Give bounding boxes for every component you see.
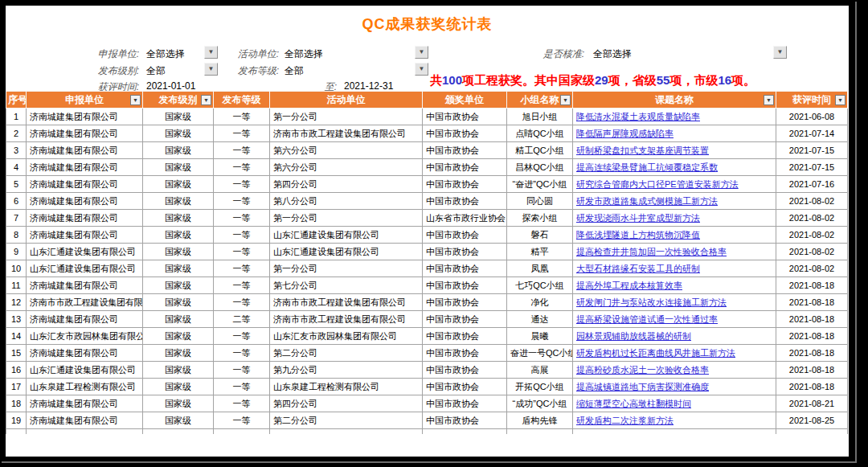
topic-link[interactable]: 降低清水混凝土表观质量缺陷率 xyxy=(576,112,700,121)
cell-group_name: “奋进”QC小组 xyxy=(507,176,573,193)
cell-level: 国家级 xyxy=(143,244,214,260)
approved-dropdown-icon[interactable]: ▼ xyxy=(773,46,787,59)
summary-number: 55 xyxy=(657,73,670,87)
approved-value[interactable]: 全部选择 xyxy=(593,47,632,61)
topic-link[interactable]: 提高外埠工程成本核算效率 xyxy=(576,281,682,290)
cell-eval_date: 2021-07-15 xyxy=(776,142,848,159)
cell-grade: 一等 xyxy=(214,277,270,294)
cell-level: 国家级 xyxy=(143,227,214,244)
publish-grade-value[interactable]: 全部 xyxy=(285,64,304,78)
cell-award_unit: 中国市政协会 xyxy=(423,227,507,244)
cell-unit: 济南城建集团有限公司 xyxy=(27,277,143,294)
cell-grade: 一等 xyxy=(214,125,270,142)
cell-group_name: 高展 xyxy=(507,362,573,379)
cell-grade: 一等 xyxy=(214,142,270,159)
cell-seq: 17 xyxy=(6,379,27,395)
cell-eval_date: 2021-08-18 xyxy=(776,311,848,328)
topic-link[interactable]: 提高检查井井筒加固一次性验收合格率 xyxy=(576,247,727,256)
activity-unit-value[interactable]: 全部选择 xyxy=(285,47,323,61)
summary-label: 共 xyxy=(430,73,442,87)
cell-group_name: 探索小组 xyxy=(507,210,573,227)
topic-link[interactable]: 研发市政道路集成式侧模施工新方法 xyxy=(576,196,718,206)
declare-unit-dropdown-icon[interactable]: ▼ xyxy=(204,46,218,59)
cell-seq: 7 xyxy=(6,210,27,227)
publish-level-value[interactable]: 全部 xyxy=(146,64,166,78)
cell-level: 国家级 xyxy=(143,260,214,277)
table-row: 8济南城建集团有限公司国家级一等山东汇通建设集团有限公司中国市政协会磐石降低浅埋… xyxy=(6,227,848,244)
cell-topic: 大型石材路缘石安装工具的研制 xyxy=(573,260,776,277)
cell-level: 国家级 xyxy=(143,395,214,412)
cell-activity_unit: 第一分公司 xyxy=(270,109,423,125)
cell-eval_date: 2021-08-18 xyxy=(776,362,848,379)
eval-time-end-value[interactable]: 2021-12-31 xyxy=(344,80,393,92)
column-header-level: 发布级别▼ xyxy=(143,92,214,109)
topic-link[interactable]: 降低浅埋隧道上方构筑物沉降值 xyxy=(576,230,700,240)
topic-link[interactable]: 大型石材路缘石安装工具的研制 xyxy=(576,264,700,273)
summary-label: 项，市级 xyxy=(669,73,718,87)
cell-group_name: 旭日小组 xyxy=(507,109,573,125)
cell-seq: 18 xyxy=(6,395,27,412)
topic-link[interactable]: 提高城镇道路地下病害探测准确度 xyxy=(576,382,709,391)
eval-time-start-value[interactable]: 2021-01-01 xyxy=(146,80,195,92)
topic-link[interactable]: 研发盾构机过长距离曲线风井施工新方法 xyxy=(576,348,735,358)
column-filter-dropdown-icon[interactable]: ▼ xyxy=(201,95,211,105)
table-row: 12济南市市政工程建设集团有限公司国家级一等济南市市政工程建设集团有限公司中国市… xyxy=(6,294,848,311)
column-filter-dropdown-icon[interactable]: ▼ xyxy=(835,95,845,105)
column-header-award_unit: 颁奖单位 xyxy=(423,92,507,109)
publish-level-dropdown-icon[interactable]: ▼ xyxy=(204,63,218,76)
publish-grade-dropdown-icon[interactable]: ▼ xyxy=(415,63,428,76)
cell-topic: 研发闸门井与泵站改水连接施工新方法 xyxy=(573,294,776,311)
cell-seq: 5 xyxy=(6,176,27,193)
column-filter-dropdown-icon[interactable]: ▼ xyxy=(130,95,141,105)
topic-link[interactable]: 研制桥梁盘扣式支架基座调节装置 xyxy=(576,145,709,155)
declare-unit-value[interactable]: 全部选择 xyxy=(146,47,185,61)
column-filter-dropdown-icon[interactable]: ▼ xyxy=(560,95,571,105)
topic-link[interactable]: 缩短薄壁空心高墩柱翻模时间 xyxy=(576,399,691,408)
cell-award_unit: 中国市政协会 xyxy=(423,311,507,328)
table-row: 10山东汇通建设集团有限公司国家级一等第一分公司中国市政协会凤凰大型石材路缘石安… xyxy=(6,260,848,277)
topic-link[interactable]: 提高桥梁设施管道试通一次性通过率 xyxy=(576,314,718,324)
table-row: 3济南城建集团有限公司国家级一等第六分公司中国市政协会精工QC小组研制桥梁盘扣式… xyxy=(6,142,848,159)
summary-label: 项工程获奖。其中国家级 xyxy=(462,73,595,87)
topic-link[interactable]: 园林景观辅助放线器械的研制 xyxy=(576,331,691,341)
cell-unit: 济南市市政工程建设集团有限公司 xyxy=(27,294,143,311)
cell-seq: 4 xyxy=(6,159,27,176)
cell-unit: 山东汇通建设集团有限公司 xyxy=(27,260,143,277)
cell-group_name: 晨曦 xyxy=(507,328,573,345)
activity-unit-dropdown-icon[interactable]: ▼ xyxy=(415,46,428,59)
topic-link[interactable]: 提高粉砂质水泥土一次验收合格率 xyxy=(576,365,709,375)
summary-number: 29 xyxy=(595,73,608,87)
topic-link[interactable]: 研发盾构二次注浆新方法 xyxy=(576,416,674,425)
cell-eval_date: 2021-08-02 xyxy=(776,193,848,210)
cell-seq: 15 xyxy=(6,345,27,362)
topic-link[interactable]: 降低隔声屏障观感缺陷率 xyxy=(576,129,674,138)
cell-topic: 降低浅埋隧道上方构筑物沉降值 xyxy=(573,227,776,244)
cell-unit: 济南城建集团有限公司 xyxy=(27,176,143,193)
cell-group_name: 精工QC小组 xyxy=(507,142,573,159)
cell-eval_date: 2021-07-16 xyxy=(776,176,848,193)
cell-group_name: 奋进一号QC小组 xyxy=(507,345,573,362)
cell-grade: 一等 xyxy=(214,193,270,210)
window-frame-right-edge xyxy=(855,2,857,461)
cell-topic: 研发现浇雨水斗井室成型新方法 xyxy=(573,210,776,227)
cell-seq: 10 xyxy=(6,260,27,277)
cell-empty xyxy=(6,429,27,434)
topic-link[interactable]: 研发闸门井与泵站改水连接施工新方法 xyxy=(576,297,727,307)
cell-award_unit: 中国市政协会 xyxy=(423,277,507,294)
cell-award_unit: 中国市政协会 xyxy=(423,294,507,311)
cell-eval_date: 2021-07-14 xyxy=(776,125,848,142)
cell-unit: 山东汇通建设集团有限公司 xyxy=(27,362,143,379)
column-filter-dropdown-icon[interactable]: ▼ xyxy=(764,95,774,105)
topic-link[interactable]: 提高连续梁悬臂施工抗倾覆稳定系数 xyxy=(576,162,718,172)
topic-link[interactable]: 研发现浇雨水斗井室成型新方法 xyxy=(576,213,700,223)
cell-empty xyxy=(423,429,507,434)
column-header-label: 颁奖单位 xyxy=(445,94,484,105)
cell-unit: 济南城建集团有限公司 xyxy=(27,311,143,328)
cell-topic: 研发盾构机过长距离曲线风井施工新方法 xyxy=(573,345,776,362)
cell-level: 国家级 xyxy=(143,193,214,210)
cell-award_unit: 中国市政协会 xyxy=(423,244,507,260)
cell-unit: 济南城建集团有限公司 xyxy=(27,142,143,159)
topic-link[interactable]: 研究综合管廊内大口径PE管道安装新方法 xyxy=(576,179,739,189)
summary-text: 共100项工程获奖。其中国家级29项，省级55项，市级16项。 xyxy=(430,73,755,88)
cell-topic: 降低清水混凝土表观质量缺陷率 xyxy=(573,109,776,125)
